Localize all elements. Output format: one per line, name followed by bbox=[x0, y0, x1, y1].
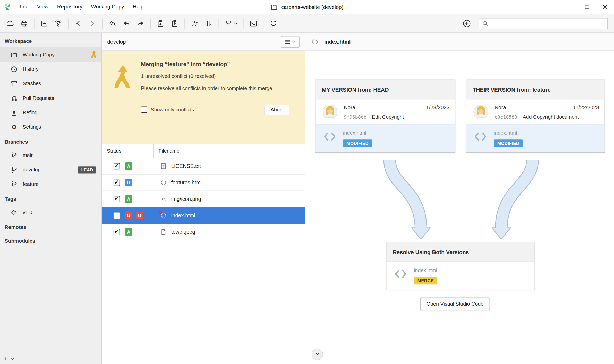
commit-message: Add Copyright document bbox=[523, 114, 579, 120]
file-row-license[interactable]: A LICENSE.txt bbox=[102, 158, 305, 175]
sidebar-item-working-copy[interactable]: Working Copy bbox=[0, 47, 101, 62]
sidebar-item-label: History bbox=[23, 66, 39, 72]
branch-label: develop bbox=[23, 167, 40, 173]
printer-icon bbox=[20, 19, 28, 27]
status-badge-renamed: R bbox=[125, 179, 132, 186]
downloads-button[interactable] bbox=[460, 16, 474, 30]
merge-tool-button[interactable] bbox=[222, 16, 241, 30]
modified-badge: MODIFIED bbox=[494, 139, 523, 147]
sidebar-item-history[interactable]: History bbox=[0, 62, 101, 76]
sidebar-item-stashes[interactable]: Stashes bbox=[0, 76, 101, 91]
merge-banner-controls: Show only conflicts Abort bbox=[141, 105, 289, 115]
status-cell: U U bbox=[102, 212, 154, 219]
stash-pop-button[interactable] bbox=[168, 16, 182, 30]
list-options-button[interactable] bbox=[281, 36, 300, 48]
sidebar-item-pull-requests[interactable]: Pull Requests bbox=[0, 91, 101, 105]
stash-save-button[interactable] bbox=[154, 16, 168, 30]
printer-button[interactable] bbox=[17, 16, 31, 30]
back-button[interactable] bbox=[71, 16, 86, 30]
tags-header: Tags bbox=[0, 191, 101, 205]
chevron-down-icon bbox=[292, 40, 296, 43]
curved-arrow-right-button[interactable] bbox=[133, 16, 148, 30]
merge-conflict-count: 1 unresolved conflict (0 resolved) bbox=[141, 73, 289, 79]
help-button[interactable]: ? bbox=[312, 349, 323, 360]
cloud-button[interactable] bbox=[3, 16, 17, 30]
maximize-button[interactable] bbox=[578, 0, 596, 14]
person-up-button[interactable] bbox=[187, 16, 202, 30]
their-version-title: THEIR VERSION from: feature bbox=[466, 80, 605, 99]
gear-icon: ⚙ bbox=[11, 124, 18, 131]
app-window: File View Repository Working Copy Help c… bbox=[0, 0, 614, 364]
stage-checkbox[interactable] bbox=[114, 212, 120, 219]
status-column-header: Status bbox=[102, 144, 154, 158]
titlebar: File View Repository Working Copy Help c… bbox=[0, 0, 614, 14]
menu-repository[interactable]: Repository bbox=[53, 0, 87, 14]
curved-arrow-left-button[interactable] bbox=[120, 16, 134, 30]
toolbar bbox=[0, 14, 614, 33]
terminal-button[interactable] bbox=[246, 16, 260, 30]
add-button[interactable]: + bbox=[4, 356, 7, 362]
file-row-tower[interactable]: A tower.jpeg bbox=[102, 224, 305, 240]
chevron-down-icon[interactable] bbox=[11, 358, 14, 360]
middle-panel-header: develop bbox=[102, 33, 305, 51]
menu-file[interactable]: File bbox=[16, 0, 33, 14]
network-button[interactable] bbox=[51, 16, 65, 30]
toolbar-separator bbox=[263, 18, 264, 29]
open-vscode-button[interactable]: Open Visual Studio Code bbox=[420, 298, 490, 310]
minimize-button[interactable] bbox=[560, 0, 578, 14]
archive-box-icon bbox=[11, 80, 18, 87]
filename-column-header: Filename bbox=[154, 144, 305, 158]
resolve-both-versions-box[interactable]: Resolve Using Both Versions index.html M… bbox=[386, 242, 535, 290]
show-only-conflicts-option[interactable]: Show only conflicts bbox=[141, 107, 194, 113]
refresh-button[interactable] bbox=[266, 16, 280, 30]
merge-banner: Merging “feature” into “develop” 1 unres… bbox=[102, 51, 305, 144]
menu-help[interactable]: Help bbox=[129, 0, 148, 14]
clock-icon bbox=[11, 66, 18, 73]
toolbar-separator bbox=[102, 18, 103, 29]
stage-checkbox[interactable] bbox=[114, 196, 120, 202]
stage-checkbox[interactable] bbox=[114, 229, 120, 235]
merge-arrow-icon bbox=[102, 59, 141, 144]
close-button[interactable] bbox=[596, 0, 614, 14]
file-table-header: Status Filename bbox=[102, 144, 305, 158]
status-badge-added: A bbox=[125, 228, 132, 236]
search-input[interactable] bbox=[491, 20, 604, 26]
their-version-author-row: Nora 11/22/2023 c3c18583 Add Copyright d… bbox=[466, 99, 605, 124]
folder-icon bbox=[271, 4, 278, 11]
push-pull-button[interactable] bbox=[202, 16, 216, 30]
branch-label: feature bbox=[23, 181, 39, 187]
show-only-conflicts-checkbox[interactable] bbox=[141, 107, 147, 113]
tag-icon bbox=[11, 209, 18, 216]
merge-banner-body: Merging “feature” into “develop” 1 unres… bbox=[141, 59, 289, 144]
document-lines-icon bbox=[11, 109, 18, 116]
sidebar-branch-feature[interactable]: feature bbox=[0, 177, 101, 191]
file-row-features[interactable]: R features.html bbox=[102, 175, 305, 191]
open-repo-button[interactable] bbox=[37, 16, 51, 30]
sidebar-item-settings[interactable]: ⚙ Settings bbox=[0, 120, 101, 134]
file-row-icon-png[interactable]: A img/icon.png bbox=[102, 191, 305, 207]
sidebar-branch-main[interactable]: main bbox=[0, 148, 101, 162]
person-up-icon bbox=[191, 19, 198, 27]
toolbar-separator bbox=[34, 18, 35, 29]
their-version-card: THEIR VERSION from: feature Nora 11/22/2… bbox=[466, 80, 605, 153]
stage-checkbox[interactable] bbox=[114, 163, 120, 169]
sidebar-item-label: Settings bbox=[23, 124, 41, 130]
app-logo-icon bbox=[0, 3, 16, 11]
abort-button[interactable]: Abort bbox=[264, 105, 289, 115]
sidebar-branch-develop[interactable]: develop HEAD bbox=[0, 162, 101, 177]
sidebar-item-reflog[interactable]: Reflog bbox=[0, 105, 101, 120]
author-details: Nora 11/23/2023 9f96b8eb Edit Copyright bbox=[344, 105, 450, 120]
file-row-index-selected[interactable]: U U index.html bbox=[102, 207, 305, 224]
stage-checkbox[interactable] bbox=[114, 179, 120, 186]
filename-text: index.html bbox=[171, 213, 195, 219]
pull-request-icon bbox=[11, 94, 18, 101]
forward-button[interactable] bbox=[85, 16, 99, 30]
menu-view[interactable]: View bbox=[33, 0, 53, 14]
share-outline-button[interactable] bbox=[105, 16, 120, 30]
curved-arrow-outline-icon bbox=[108, 19, 116, 27]
merge-in-progress-badge-icon bbox=[90, 50, 97, 59]
status-cell: R bbox=[102, 179, 154, 186]
sidebar-tag-v1[interactable]: v1.0 bbox=[0, 205, 101, 220]
conflict-dot-icon bbox=[159, 211, 163, 214]
menu-working-copy[interactable]: Working Copy bbox=[87, 0, 129, 14]
